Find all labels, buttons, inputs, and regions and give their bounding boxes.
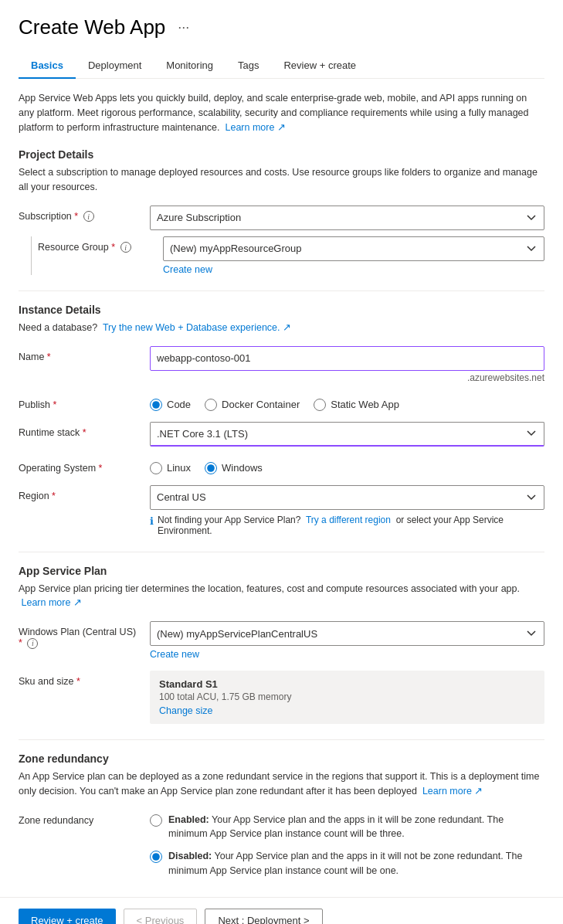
tab-deployment[interactable]: Deployment: [76, 53, 154, 79]
os-radio-group: Linux Windows: [150, 457, 544, 474]
windows-plan-info-icon[interactable]: i: [27, 638, 38, 649]
zone-disabled-radio[interactable]: [150, 851, 162, 863]
section-divider-2: [19, 552, 544, 552]
next-button[interactable]: Next : Deployment >: [205, 909, 322, 925]
resource-group-create-new-link[interactable]: Create new: [163, 264, 212, 275]
subscription-info-icon[interactable]: i: [83, 211, 94, 222]
subscription-label: Subscription * i: [19, 206, 142, 223]
zone-disabled-option[interactable]: Disabled: Your App Service plan and the …: [150, 849, 544, 878]
name-label: Name *: [19, 346, 142, 362]
project-details-description: Select a subscription to manage deployed…: [19, 165, 544, 195]
region-label: Region *: [19, 485, 142, 501]
region-different-link[interactable]: Try a different region: [306, 515, 391, 525]
zone-redundancy-heading: Zone redundancy: [19, 752, 544, 765]
instance-details-db-desc: Need a database? Try the new Web + Datab…: [19, 321, 544, 335]
region-select[interactable]: Central US: [150, 485, 544, 510]
sku-box: Standard S1 100 total ACU, 1.75 GB memor…: [150, 671, 544, 724]
os-linux-radio[interactable]: [150, 462, 162, 474]
app-service-plan-desc: App Service plan pricing tier determines…: [19, 582, 544, 611]
subscription-select[interactable]: Azure Subscription: [150, 206, 544, 230]
publish-docker-option[interactable]: Docker Container: [205, 399, 300, 411]
publish-static-radio[interactable]: [314, 399, 326, 411]
runtime-stack-select[interactable]: .NET Core 3.1 (LTS): [150, 422, 544, 447]
azure-suffix: .azurewebsites.net: [150, 372, 544, 383]
tab-tags[interactable]: Tags: [226, 53, 271, 79]
publish-radio-group: Code Docker Container Static Web App: [150, 394, 544, 411]
tab-basics[interactable]: Basics: [19, 53, 76, 79]
resource-group-info-icon[interactable]: i: [120, 242, 131, 253]
change-size-link[interactable]: Change size: [159, 705, 213, 716]
sku-name: Standard S1: [159, 678, 535, 690]
windows-plan-create-new-link[interactable]: Create new: [150, 649, 199, 660]
resource-group-label: Resource Group * i: [38, 236, 155, 253]
sku-detail: 100 total ACU, 1.75 GB memory: [159, 691, 535, 702]
runtime-label: Runtime stack *: [19, 422, 142, 438]
publish-static-option[interactable]: Static Web App: [314, 399, 399, 411]
resource-group-select[interactable]: (New) myAppResourceGroup: [163, 236, 544, 261]
tab-monitoring[interactable]: Monitoring: [154, 53, 226, 79]
sku-label: Sku and size *: [19, 671, 142, 687]
zone-redundancy-desc: An App Service plan can be deployed as a…: [19, 769, 544, 799]
app-service-learn-more-link[interactable]: Learn more ↗: [21, 597, 81, 608]
project-details-heading: Project Details: [19, 148, 544, 161]
bottom-bar: Review + create < Previous Next : Deploy…: [0, 897, 563, 925]
zone-redundancy-label: Zone redundancy: [19, 810, 142, 826]
publish-code-radio[interactable]: [150, 399, 162, 411]
previous-button[interactable]: < Previous: [124, 909, 198, 925]
region-info-icon: ℹ: [150, 515, 154, 527]
publish-code-option[interactable]: Code: [150, 399, 191, 411]
page-title: Create Web App: [19, 15, 165, 39]
section-divider-3: [19, 739, 544, 740]
os-label: Operating System *: [19, 457, 142, 474]
app-service-plan-heading: App Service Plan: [19, 565, 544, 577]
zone-learn-more-link[interactable]: Learn more ↗: [422, 786, 483, 797]
os-windows-option[interactable]: Windows: [205, 462, 263, 474]
ellipsis-menu-button[interactable]: ···: [173, 18, 194, 37]
name-input[interactable]: [150, 346, 544, 371]
instance-db-link[interactable]: Try the new Web + Database experience. ↗: [103, 322, 291, 333]
region-info: ℹ Not finding your App Service Plan? Try…: [150, 515, 544, 536]
review-create-button[interactable]: Review + create: [19, 909, 116, 925]
publish-label: Publish *: [19, 394, 142, 410]
description-learn-more-link[interactable]: Learn more ↗: [225, 122, 285, 133]
tab-bar: Basics Deployment Monitoring Tags Review…: [19, 53, 544, 79]
os-windows-radio[interactable]: [205, 462, 217, 474]
section-divider-1: [19, 290, 544, 291]
tab-review-create[interactable]: Review + create: [271, 53, 368, 79]
publish-docker-radio[interactable]: [205, 399, 217, 411]
os-linux-option[interactable]: Linux: [150, 462, 191, 474]
instance-details-heading: Instance Details: [19, 304, 544, 316]
zone-enabled-label: Enabled: Your App Service plan and the a…: [168, 813, 544, 842]
windows-plan-select[interactable]: (New) myAppServicePlanCentralUS: [150, 621, 544, 646]
zone-disabled-label: Disabled: Your App Service plan and the …: [168, 849, 544, 878]
zone-enabled-radio[interactable]: [150, 814, 162, 827]
zone-enabled-option[interactable]: Enabled: Your App Service plan and the a…: [150, 813, 544, 842]
zone-redundancy-radio-group: Enabled: Your App Service plan and the a…: [150, 810, 544, 878]
page-description: App Service Web Apps lets you quickly bu…: [19, 91, 544, 134]
windows-plan-label: Windows Plan (Central US) * i: [19, 621, 142, 649]
